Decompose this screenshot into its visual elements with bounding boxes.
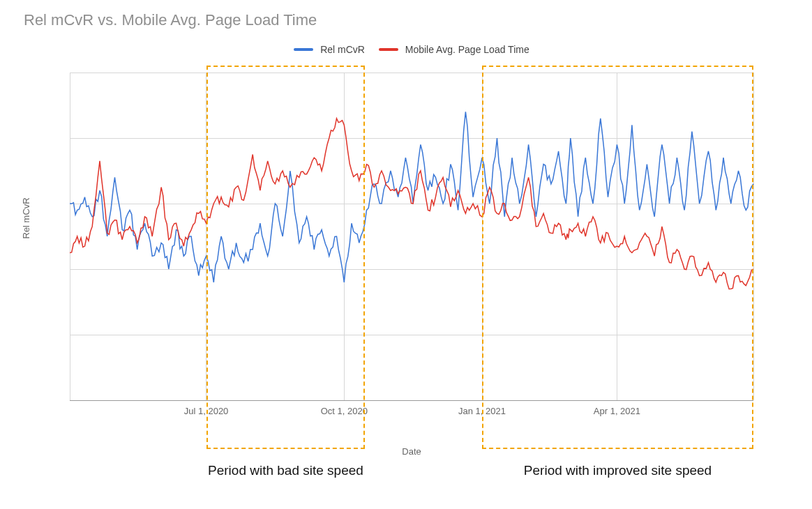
plot-area: 0%0.0010%2.0020%4.0030%6.0040%8.0050%10.… [63, 66, 760, 421]
legend-swatch-blue [294, 48, 313, 51]
y-axis-left-label: Rel mCvR [21, 197, 31, 238]
svg-text:Oct 1, 2020: Oct 1, 2020 [321, 406, 368, 416]
legend-label-blue: Rel mCvR [320, 44, 365, 55]
legend: Rel mCvR Mobile Avg. Page Load Time [0, 44, 812, 55]
x-axis-label: Date [63, 446, 760, 457]
legend-label-red: Mobile Avg. Page Load Time [405, 44, 529, 55]
svg-text:Jan 1, 2021: Jan 1, 2021 [458, 406, 506, 416]
svg-text:Jul 1, 2020: Jul 1, 2020 [184, 406, 229, 416]
annotation-good: Period with improved site speed [524, 463, 712, 478]
svg-text:Apr 1, 2021: Apr 1, 2021 [594, 406, 640, 416]
chart-title: Rel mCvR vs. Mobile Avg. Page Load Time [24, 11, 317, 29]
annotation-bad: Period with bad site speed [208, 463, 363, 478]
legend-swatch-red [379, 48, 398, 51]
